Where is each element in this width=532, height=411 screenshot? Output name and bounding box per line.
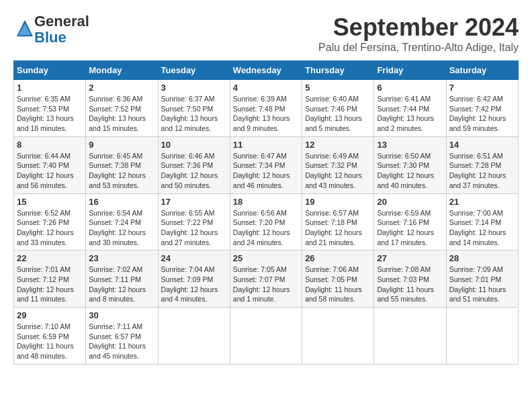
calendar-cell: 8Sunrise: 6:44 AMSunset: 7:40 PMDaylight… (14, 136, 86, 193)
calendar-cell: 29Sunrise: 7:10 AMSunset: 6:59 PMDayligh… (14, 308, 86, 365)
day-info: Sunrise: 7:01 AMSunset: 7:12 PMDaylight:… (17, 265, 83, 304)
day-info: Sunrise: 6:46 AMSunset: 7:36 PMDaylight:… (161, 151, 227, 191)
calendar-cell: 15Sunrise: 6:52 AMSunset: 7:26 PMDayligh… (14, 193, 86, 250)
calendar-cell: 21Sunrise: 7:00 AMSunset: 7:14 PMDayligh… (446, 193, 518, 250)
day-info: Sunrise: 7:02 AMSunset: 7:11 PMDaylight:… (89, 265, 154, 304)
day-info: Sunrise: 6:56 AMSunset: 7:20 PMDaylight:… (233, 208, 299, 248)
calendar-cell: 24Sunrise: 7:04 AMSunset: 7:09 PMDayligh… (158, 250, 230, 308)
page-header: General Blue September 2024 Palu del Fer… (13, 13, 519, 54)
calendar-cell: 17Sunrise: 6:55 AMSunset: 7:22 PMDayligh… (158, 193, 230, 250)
calendar-cell: 1Sunrise: 6:35 AMSunset: 7:53 PMDaylight… (14, 80, 86, 137)
day-number: 24 (161, 253, 227, 263)
calendar-cell (446, 308, 518, 365)
calendar-cell: 2Sunrise: 6:36 AMSunset: 7:52 PMDaylight… (86, 80, 158, 137)
logo-text: General Blue (34, 13, 89, 46)
day-info: Sunrise: 6:57 AMSunset: 7:18 PMDaylight:… (305, 208, 371, 248)
calendar-table: SundayMondayTuesdayWednesdayThursdayFrid… (13, 60, 519, 365)
day-header-saturday: Saturday (446, 61, 518, 80)
day-number: 2 (89, 83, 154, 93)
day-info: Sunrise: 6:59 AMSunset: 7:16 PMDaylight:… (377, 208, 443, 248)
calendar-cell: 4Sunrise: 6:39 AMSunset: 7:48 PMDaylight… (230, 80, 302, 137)
day-info: Sunrise: 6:41 AMSunset: 7:44 PMDaylight:… (377, 94, 443, 134)
calendar-cell: 30Sunrise: 7:11 AMSunset: 6:57 PMDayligh… (86, 308, 158, 365)
day-number: 19 (305, 197, 371, 207)
calendar-cell: 20Sunrise: 6:59 AMSunset: 7:16 PMDayligh… (374, 193, 446, 250)
day-number: 16 (89, 197, 154, 207)
day-info: Sunrise: 6:45 AMSunset: 7:38 PMDaylight:… (89, 151, 154, 191)
day-info: Sunrise: 6:54 AMSunset: 7:24 PMDaylight:… (89, 208, 154, 248)
calendar-cell: 28Sunrise: 7:09 AMSunset: 7:01 PMDayligh… (446, 250, 518, 308)
day-header-wednesday: Wednesday (230, 61, 302, 80)
logo: General Blue (13, 13, 89, 46)
day-number: 29 (17, 310, 83, 320)
location: Palu del Fersina, Trentino-Alto Adige, I… (318, 42, 519, 54)
calendar-cell (158, 308, 230, 365)
calendar-cell: 5Sunrise: 6:40 AMSunset: 7:46 PMDaylight… (302, 80, 374, 137)
calendar-cell: 10Sunrise: 6:46 AMSunset: 7:36 PMDayligh… (158, 136, 230, 193)
calendar-cell: 22Sunrise: 7:01 AMSunset: 7:12 PMDayligh… (14, 250, 86, 308)
day-number: 22 (17, 253, 83, 263)
calendar-cell: 18Sunrise: 6:56 AMSunset: 7:20 PMDayligh… (230, 193, 302, 250)
calendar-cell: 27Sunrise: 7:08 AMSunset: 7:03 PMDayligh… (374, 250, 446, 308)
day-number: 10 (161, 140, 227, 150)
day-number: 12 (305, 140, 371, 150)
day-info: Sunrise: 7:11 AMSunset: 6:57 PMDaylight:… (89, 322, 154, 361)
day-info: Sunrise: 7:00 AMSunset: 7:14 PMDaylight:… (449, 208, 515, 248)
day-number: 11 (233, 140, 299, 150)
calendar-cell (230, 308, 302, 365)
day-header-monday: Monday (86, 61, 158, 80)
day-number: 3 (161, 83, 227, 93)
day-info: Sunrise: 6:51 AMSunset: 7:28 PMDaylight:… (449, 151, 515, 191)
calendar-cell: 16Sunrise: 6:54 AMSunset: 7:24 PMDayligh… (86, 193, 158, 250)
calendar-cell: 3Sunrise: 6:37 AMSunset: 7:50 PMDaylight… (158, 80, 230, 137)
day-number: 13 (377, 140, 443, 150)
day-info: Sunrise: 7:08 AMSunset: 7:03 PMDaylight:… (377, 265, 443, 304)
day-info: Sunrise: 7:05 AMSunset: 7:07 PMDaylight:… (233, 265, 299, 304)
day-info: Sunrise: 6:47 AMSunset: 7:34 PMDaylight:… (233, 151, 299, 191)
day-info: Sunrise: 6:42 AMSunset: 7:42 PMDaylight:… (449, 94, 515, 134)
calendar-cell: 12Sunrise: 6:49 AMSunset: 7:32 PMDayligh… (302, 136, 374, 193)
day-info: Sunrise: 7:09 AMSunset: 7:01 PMDaylight:… (449, 265, 515, 304)
calendar-cell: 26Sunrise: 7:06 AMSunset: 7:05 PMDayligh… (302, 250, 374, 308)
day-info: Sunrise: 6:52 AMSunset: 7:26 PMDaylight:… (17, 208, 83, 248)
calendar-cell: 19Sunrise: 6:57 AMSunset: 7:18 PMDayligh… (302, 193, 374, 250)
calendar-cell: 23Sunrise: 7:02 AMSunset: 7:11 PMDayligh… (86, 250, 158, 308)
calendar-cell: 7Sunrise: 6:42 AMSunset: 7:42 PMDaylight… (446, 80, 518, 137)
day-header-sunday: Sunday (14, 61, 86, 80)
calendar-week-5: 29Sunrise: 7:10 AMSunset: 6:59 PMDayligh… (14, 308, 519, 365)
day-info: Sunrise: 6:40 AMSunset: 7:46 PMDaylight:… (305, 94, 371, 134)
day-number: 7 (449, 83, 515, 93)
day-info: Sunrise: 6:39 AMSunset: 7:48 PMDaylight:… (233, 94, 299, 134)
calendar-cell (302, 308, 374, 365)
calendar-cell: 13Sunrise: 6:50 AMSunset: 7:30 PMDayligh… (374, 136, 446, 193)
day-number: 30 (89, 310, 154, 320)
calendar-week-4: 22Sunrise: 7:01 AMSunset: 7:12 PMDayligh… (14, 250, 519, 308)
day-number: 14 (449, 140, 515, 150)
day-info: Sunrise: 6:36 AMSunset: 7:52 PMDaylight:… (89, 94, 154, 134)
calendar-header-row: SundayMondayTuesdayWednesdayThursdayFrid… (14, 61, 519, 80)
day-number: 6 (377, 83, 443, 93)
day-number: 27 (377, 253, 443, 263)
title-block: September 2024 Palu del Fersina, Trentin… (318, 13, 519, 54)
calendar-week-3: 15Sunrise: 6:52 AMSunset: 7:26 PMDayligh… (14, 193, 519, 250)
day-info: Sunrise: 6:44 AMSunset: 7:40 PMDaylight:… (17, 151, 83, 191)
day-number: 25 (233, 253, 299, 263)
day-number: 15 (17, 197, 83, 207)
day-header-thursday: Thursday (302, 61, 374, 80)
day-number: 18 (233, 197, 299, 207)
day-info: Sunrise: 6:55 AMSunset: 7:22 PMDaylight:… (161, 208, 227, 248)
day-number: 26 (305, 253, 371, 263)
day-number: 23 (89, 253, 154, 263)
day-info: Sunrise: 6:37 AMSunset: 7:50 PMDaylight:… (161, 94, 227, 134)
day-number: 4 (233, 83, 299, 93)
day-info: Sunrise: 6:50 AMSunset: 7:30 PMDaylight:… (377, 151, 443, 191)
month-title: September 2024 (318, 13, 519, 42)
day-info: Sunrise: 7:06 AMSunset: 7:05 PMDaylight:… (305, 265, 371, 304)
day-info: Sunrise: 6:49 AMSunset: 7:32 PMDaylight:… (305, 151, 371, 191)
day-info: Sunrise: 6:35 AMSunset: 7:53 PMDaylight:… (17, 94, 83, 134)
day-number: 21 (449, 197, 515, 207)
day-number: 17 (161, 197, 227, 207)
calendar-cell: 11Sunrise: 6:47 AMSunset: 7:34 PMDayligh… (230, 136, 302, 193)
calendar-cell (374, 308, 446, 365)
day-info: Sunrise: 7:04 AMSunset: 7:09 PMDaylight:… (161, 265, 227, 304)
